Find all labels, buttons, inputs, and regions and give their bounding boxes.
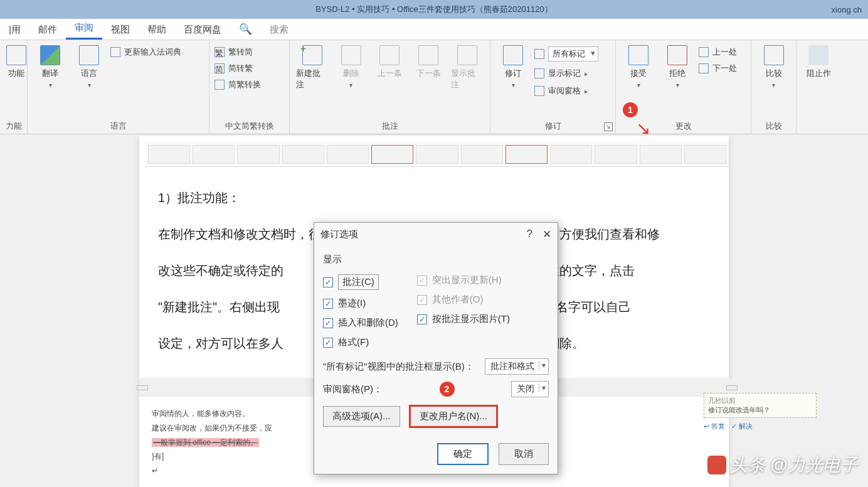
chevron-down-icon: ▾ bbox=[88, 82, 91, 88]
compare-button[interactable]: 比较▾ bbox=[756, 43, 791, 91]
checkbox-highlight-updates: ✓突出显示更新(H) bbox=[417, 274, 510, 286]
show-comments-button: 显示批注 bbox=[450, 43, 485, 93]
person-icon bbox=[808, 45, 828, 65]
tab-review[interactable]: 审阅 bbox=[66, 18, 102, 40]
pane-icon bbox=[534, 86, 544, 96]
delete-comment-button: 删除▾ bbox=[334, 43, 369, 91]
toutiao-logo-icon bbox=[707, 456, 726, 474]
group-tracking: 修订▾ 所有标记 显示标记▸ 审阅窗格▸ 修订 ↘ bbox=[490, 40, 616, 134]
show-markup-button[interactable]: 显示标记▸ bbox=[534, 68, 598, 79]
watermark: 头条 @力光电子 bbox=[707, 453, 858, 477]
group-protect: 阻止作 bbox=[797, 40, 840, 134]
translate-button[interactable]: 翻译▾ bbox=[33, 43, 68, 91]
reply-button[interactable]: ↩ 答复 bbox=[704, 422, 725, 431]
ime-icon bbox=[110, 47, 120, 57]
track-changes-button[interactable]: 修订▾ bbox=[495, 43, 531, 91]
markup-mode-select[interactable]: 所有标记 bbox=[534, 46, 598, 62]
trad-to-simp-button[interactable]: 繁繁转简 bbox=[214, 46, 261, 58]
checkbox-pictures-by-comments[interactable]: ✓按批注显示图片(T) bbox=[417, 313, 510, 325]
change-username-button[interactable]: 更改用户名(N)... bbox=[410, 406, 497, 427]
group-language: 翻译▾ 语言▾ 更新输入法词典 语言 bbox=[28, 40, 209, 134]
tracking-dialog-launcher[interactable]: ↘ bbox=[604, 122, 613, 131]
checkbox-comments[interactable]: ✓批注(C) bbox=[323, 274, 398, 290]
checkbox-insertions-deletions[interactable]: ✓插入和删除(D) bbox=[323, 317, 398, 329]
checkbox-formatting[interactable]: ✓格式(F) bbox=[323, 336, 398, 348]
search-label[interactable]: 搜索 bbox=[261, 20, 297, 40]
ribbon-tabs: |用 邮件 审阅 视图 帮助 百度网盘 🔍 搜索 bbox=[0, 19, 868, 40]
reject-button[interactable]: 拒绝▾ bbox=[660, 43, 695, 91]
prev-change-button[interactable]: 上一处 bbox=[699, 46, 737, 58]
accessibility-icon bbox=[6, 45, 26, 65]
accept-icon bbox=[628, 45, 648, 65]
new-comment-button[interactable]: +新建批注 bbox=[295, 43, 330, 93]
tab-mailings[interactable]: 邮件 bbox=[29, 20, 66, 40]
trad-icon: 繁 bbox=[214, 47, 225, 57]
chevron-down-icon: ▾ bbox=[49, 82, 52, 88]
track-icon bbox=[503, 45, 523, 65]
group-chinese-conversion: 繁繁转简 简简转繁 简繁转换 中文简繁转换 bbox=[209, 40, 290, 134]
translate-icon bbox=[40, 45, 60, 65]
reject-icon bbox=[667, 45, 687, 65]
ribbon: 功能 力能 翻译▾ 语言▾ 更新输入法词典 语言 繁繁转简 简简转繁 简繁转换 … bbox=[0, 40, 868, 134]
chevron-down-icon: ▾ bbox=[512, 82, 515, 88]
simp-icon: 简 bbox=[214, 63, 225, 73]
next-change-button[interactable]: 下一处 bbox=[699, 63, 737, 74]
comment-pane: 几秒以前 修订说能改选年吗？ ↩ 答复 ✓ 解决 bbox=[704, 393, 817, 431]
reviewing-pane-button[interactable]: 审阅窗格▸ bbox=[534, 85, 598, 97]
document-title: BYSD-L2 • 实用技巧 • Office三件套使用技巧（熊春茹202011… bbox=[315, 4, 552, 15]
prev-change-icon bbox=[699, 47, 709, 57]
prev-comment-button: 上一条 bbox=[373, 43, 408, 82]
compare-icon bbox=[764, 45, 784, 65]
reviewing-pane-label: 审阅窗格(P)： bbox=[323, 383, 383, 395]
resolve-button[interactable]: ✓ 解决 bbox=[731, 422, 753, 431]
dialog-title: 修订选项 bbox=[320, 228, 358, 240]
show-markup-icon bbox=[534, 68, 544, 78]
cancel-button[interactable]: 取消 bbox=[499, 443, 549, 465]
title-bar: BYSD-L2 • 实用技巧 • Office三件套使用技巧（熊春茹202011… bbox=[0, 0, 868, 19]
group-comments: +新建批注 删除▾ 上一条 下一条 显示批注 批注 bbox=[290, 40, 490, 134]
search-icon[interactable]: 🔍 bbox=[230, 19, 261, 40]
checkbox-ink[interactable]: ✓墨迹(I) bbox=[323, 297, 398, 309]
tab-references[interactable]: |用 bbox=[0, 20, 29, 40]
checkbox-other-authors: ✓其他作者(O) bbox=[417, 294, 510, 306]
tab-baidu[interactable]: 百度网盘 bbox=[175, 20, 230, 40]
show-comments-icon bbox=[457, 45, 477, 65]
update-ime-button[interactable]: 更新输入法词典 bbox=[110, 46, 181, 58]
block-authors-button[interactable]: 阻止作 bbox=[802, 43, 835, 82]
language-icon bbox=[79, 45, 99, 65]
ok-button[interactable]: 确定 bbox=[437, 443, 489, 465]
tab-help[interactable]: 帮助 bbox=[139, 20, 175, 40]
annotation-marker-2: 2 bbox=[440, 382, 455, 397]
annotation-arrow-1: ↘ bbox=[636, 118, 650, 139]
delete-comment-icon bbox=[341, 45, 361, 65]
group-compare: 比较▾ 比较 bbox=[751, 40, 797, 134]
embedded-ribbon-image bbox=[146, 142, 729, 167]
tab-view[interactable]: 视图 bbox=[102, 20, 139, 40]
simp-to-trad-button[interactable]: 简简转繁 bbox=[214, 63, 261, 74]
dialog-titlebar: 修订选项 ? ✕ bbox=[314, 223, 558, 246]
annotation-marker-1: 1 bbox=[623, 102, 638, 117]
accessibility-button[interactable]: 功能 bbox=[5, 43, 28, 82]
user-name[interactable]: xiong ch bbox=[832, 5, 862, 14]
next-change-icon bbox=[699, 63, 709, 73]
track-changes-options-dialog: 修订选项 ? ✕ 显示 ✓批注(C) ✓墨迹(I) ✓插入和删除(D) ✓格式(… bbox=[314, 222, 558, 474]
comment-box[interactable]: 几秒以前 修订说能改选年吗？ bbox=[704, 393, 817, 418]
prev-comment-icon bbox=[379, 45, 400, 65]
next-comment-button: 下一条 bbox=[411, 43, 446, 82]
next-comment-icon bbox=[418, 45, 438, 65]
advanced-options-button[interactable]: 高级选项(A)... bbox=[323, 406, 400, 427]
group-accessibility: 功能 力能 bbox=[0, 40, 28, 134]
new-comment-icon: + bbox=[302, 45, 322, 65]
reviewing-pane-select[interactable]: 关闭 bbox=[511, 381, 549, 397]
help-button[interactable]: ? bbox=[527, 228, 532, 241]
accept-button[interactable]: 接受▾ bbox=[621, 43, 656, 91]
chinese-convert-button[interactable]: 简繁转换 bbox=[214, 79, 261, 90]
deleted-text: 一般掌握到 office 一定利索的。 bbox=[152, 438, 259, 447]
language-button[interactable]: 语言▾ bbox=[71, 43, 107, 91]
doc-heading: 1）批注功能： bbox=[158, 179, 716, 216]
balloons-label: "所有标记"视图中的批注框显示(B)： bbox=[323, 361, 474, 373]
close-button[interactable]: ✕ bbox=[542, 228, 551, 241]
convert-icon bbox=[214, 80, 225, 90]
markup-icon bbox=[534, 49, 544, 59]
balloons-select[interactable]: 批注和格式 bbox=[485, 358, 549, 375]
